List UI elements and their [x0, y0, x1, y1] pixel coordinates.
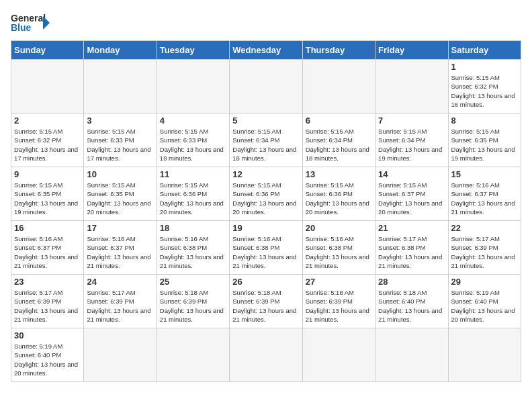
- calendar-cell: 11Sunrise: 5:15 AMSunset: 6:36 PMDayligh…: [157, 167, 229, 221]
- day-info: Sunrise: 5:16 AMSunset: 6:37 PMDaylight:…: [14, 234, 81, 270]
- calendar-cell: [11, 60, 84, 113]
- calendar-cell: 4Sunrise: 5:15 AMSunset: 6:33 PMDaylight…: [157, 113, 229, 167]
- calendar-header-row: SundayMondayTuesdayWednesdayThursdayFrid…: [11, 41, 521, 60]
- logo-icon: GeneralBlue: [11, 11, 51, 35]
- day-number: 26: [232, 277, 299, 287]
- day-number: 28: [378, 277, 445, 287]
- calendar-cell: [302, 60, 375, 113]
- calendar-cell: 22Sunrise: 5:17 AMSunset: 6:39 PMDayligh…: [448, 221, 521, 275]
- calendar-cell: 3Sunrise: 5:15 AMSunset: 6:33 PMDaylight…: [84, 113, 157, 167]
- calendar-cell: 1Sunrise: 5:15 AMSunset: 6:32 PMDaylight…: [448, 60, 521, 113]
- calendar-cell: 26Sunrise: 5:18 AMSunset: 6:39 PMDayligh…: [230, 275, 302, 328]
- column-header-saturday: Saturday: [448, 41, 521, 60]
- day-info: Sunrise: 5:17 AMSunset: 6:39 PMDaylight:…: [87, 288, 153, 324]
- day-info: Sunrise: 5:16 AMSunset: 6:37 PMDaylight:…: [87, 234, 153, 270]
- day-number: 30: [14, 330, 81, 340]
- calendar-cell: 18Sunrise: 5:16 AMSunset: 6:38 PMDayligh…: [157, 221, 229, 275]
- day-number: 4: [160, 116, 226, 126]
- day-number: 5: [232, 116, 299, 126]
- day-number: 21: [378, 223, 445, 233]
- day-info: Sunrise: 5:15 AMSunset: 6:35 PMDaylight:…: [87, 181, 153, 216]
- calendar-cell: 10Sunrise: 5:15 AMSunset: 6:35 PMDayligh…: [84, 167, 157, 221]
- calendar-cell: [230, 60, 302, 113]
- day-info: Sunrise: 5:18 AMSunset: 6:40 PMDaylight:…: [378, 288, 445, 324]
- calendar-cell: [157, 60, 229, 113]
- day-info: Sunrise: 5:15 AMSunset: 6:36 PMDaylight:…: [232, 181, 299, 216]
- day-info: Sunrise: 5:16 AMSunset: 6:38 PMDaylight:…: [160, 234, 226, 270]
- page-header: GeneralBlue: [11, 11, 521, 35]
- day-info: Sunrise: 5:15 AMSunset: 6:34 PMDaylight:…: [378, 127, 445, 163]
- day-info: Sunrise: 5:15 AMSunset: 6:36 PMDaylight:…: [306, 181, 372, 216]
- calendar-cell: 8Sunrise: 5:15 AMSunset: 6:35 PMDaylight…: [448, 113, 521, 167]
- day-number: 23: [14, 277, 81, 287]
- day-info: Sunrise: 5:17 AMSunset: 6:38 PMDaylight:…: [378, 234, 445, 270]
- calendar-cell: 25Sunrise: 5:18 AMSunset: 6:39 PMDayligh…: [157, 275, 229, 328]
- day-number: 22: [451, 223, 518, 233]
- day-info: Sunrise: 5:16 AMSunset: 6:37 PMDaylight:…: [451, 181, 518, 216]
- day-info: Sunrise: 5:18 AMSunset: 6:39 PMDaylight:…: [160, 288, 226, 324]
- day-info: Sunrise: 5:15 AMSunset: 6:33 PMDaylight:…: [87, 127, 153, 163]
- calendar-cell: 15Sunrise: 5:16 AMSunset: 6:37 PMDayligh…: [448, 167, 521, 221]
- calendar-cell: 16Sunrise: 5:16 AMSunset: 6:37 PMDayligh…: [11, 221, 84, 275]
- day-number: 3: [87, 116, 153, 126]
- calendar-week-row: 23Sunrise: 5:17 AMSunset: 6:39 PMDayligh…: [11, 275, 521, 328]
- day-number: 14: [378, 169, 445, 179]
- day-number: 24: [87, 277, 153, 287]
- calendar-cell: [84, 60, 157, 113]
- day-number: 15: [451, 169, 518, 179]
- day-info: Sunrise: 5:15 AMSunset: 6:33 PMDaylight:…: [160, 127, 226, 163]
- day-number: 25: [160, 277, 226, 287]
- calendar-cell: 13Sunrise: 5:15 AMSunset: 6:36 PMDayligh…: [302, 167, 375, 221]
- day-info: Sunrise: 5:15 AMSunset: 6:32 PMDaylight:…: [451, 73, 518, 109]
- day-info: Sunrise: 5:15 AMSunset: 6:34 PMDaylight:…: [232, 127, 299, 163]
- day-number: 20: [306, 223, 372, 233]
- calendar-cell: 12Sunrise: 5:15 AMSunset: 6:36 PMDayligh…: [230, 167, 302, 221]
- calendar-cell: 5Sunrise: 5:15 AMSunset: 6:34 PMDaylight…: [230, 113, 302, 167]
- calendar-cell: 30Sunrise: 5:19 AMSunset: 6:40 PMDayligh…: [11, 328, 84, 382]
- column-header-sunday: Sunday: [11, 41, 84, 60]
- column-header-wednesday: Wednesday: [230, 41, 302, 60]
- calendar-week-row: 9Sunrise: 5:15 AMSunset: 6:35 PMDaylight…: [11, 167, 521, 221]
- calendar-cell: [230, 328, 302, 382]
- calendar-cell: [375, 60, 448, 113]
- calendar-cell: [157, 328, 229, 382]
- calendar-cell: 9Sunrise: 5:15 AMSunset: 6:35 PMDaylight…: [11, 167, 84, 221]
- column-header-friday: Friday: [375, 41, 448, 60]
- day-info: Sunrise: 5:15 AMSunset: 6:34 PMDaylight:…: [306, 127, 372, 163]
- column-header-tuesday: Tuesday: [157, 41, 229, 60]
- day-info: Sunrise: 5:15 AMSunset: 6:35 PMDaylight:…: [451, 127, 518, 163]
- calendar-cell: 7Sunrise: 5:15 AMSunset: 6:34 PMDaylight…: [375, 113, 448, 167]
- day-info: Sunrise: 5:18 AMSunset: 6:39 PMDaylight:…: [232, 288, 299, 324]
- svg-marker-2: [43, 16, 50, 30]
- calendar-cell: [84, 328, 157, 382]
- calendar-cell: 27Sunrise: 5:18 AMSunset: 6:39 PMDayligh…: [302, 275, 375, 328]
- day-info: Sunrise: 5:15 AMSunset: 6:36 PMDaylight:…: [160, 181, 226, 216]
- day-info: Sunrise: 5:15 AMSunset: 6:35 PMDaylight:…: [14, 181, 81, 216]
- day-info: Sunrise: 5:15 AMSunset: 6:37 PMDaylight:…: [378, 181, 445, 216]
- day-info: Sunrise: 5:17 AMSunset: 6:39 PMDaylight:…: [14, 288, 81, 324]
- day-number: 27: [306, 277, 372, 287]
- calendar-cell: 19Sunrise: 5:16 AMSunset: 6:38 PMDayligh…: [230, 221, 302, 275]
- calendar-cell: [375, 328, 448, 382]
- day-number: 11: [160, 169, 226, 179]
- day-info: Sunrise: 5:15 AMSunset: 6:32 PMDaylight:…: [14, 127, 81, 163]
- day-number: 10: [87, 169, 153, 179]
- calendar-week-row: 16Sunrise: 5:16 AMSunset: 6:37 PMDayligh…: [11, 221, 521, 275]
- day-info: Sunrise: 5:18 AMSunset: 6:39 PMDaylight:…: [306, 288, 372, 324]
- day-info: Sunrise: 5:19 AMSunset: 6:40 PMDaylight:…: [14, 342, 81, 377]
- day-number: 6: [306, 116, 372, 126]
- day-number: 16: [14, 223, 81, 233]
- day-number: 7: [378, 116, 445, 126]
- day-number: 1: [451, 62, 518, 72]
- calendar-cell: 6Sunrise: 5:15 AMSunset: 6:34 PMDaylight…: [302, 113, 375, 167]
- calendar-cell: 17Sunrise: 5:16 AMSunset: 6:37 PMDayligh…: [84, 221, 157, 275]
- column-header-thursday: Thursday: [302, 41, 375, 60]
- calendar-cell: 14Sunrise: 5:15 AMSunset: 6:37 PMDayligh…: [375, 167, 448, 221]
- calendar-week-row: 1Sunrise: 5:15 AMSunset: 6:32 PMDaylight…: [11, 60, 521, 113]
- day-number: 13: [306, 169, 372, 179]
- calendar-week-row: 2Sunrise: 5:15 AMSunset: 6:32 PMDaylight…: [11, 113, 521, 167]
- calendar-cell: 23Sunrise: 5:17 AMSunset: 6:39 PMDayligh…: [11, 275, 84, 328]
- calendar-table: SundayMondayTuesdayWednesdayThursdayFrid…: [11, 40, 521, 382]
- day-info: Sunrise: 5:19 AMSunset: 6:40 PMDaylight:…: [451, 288, 518, 324]
- day-number: 9: [14, 169, 81, 179]
